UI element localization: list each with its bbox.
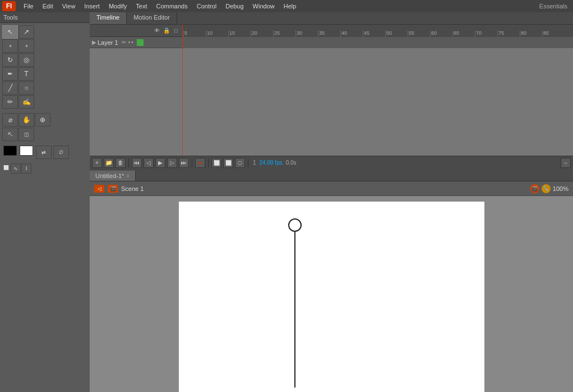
loop-btn[interactable]: ● — [195, 158, 205, 168]
tab-motion-editor[interactable]: Motion Editor — [127, 12, 177, 24]
timeline-area: Timeline Motion Editor 👁 🔒 □ 5 10 15 20 — [90, 12, 573, 169]
fill-color[interactable] — [20, 146, 33, 156]
ruler-mark: 30 — [295, 30, 318, 37]
ruler-mark: 60 — [430, 30, 452, 37]
ruler-mark: 25 — [273, 30, 295, 37]
tab-timeline[interactable]: Timeline — [90, 12, 127, 24]
back-scene-icon[interactable]: ◁ — [94, 185, 104, 193]
brush-tool[interactable]: ✍ — [19, 95, 34, 109]
menu-window[interactable]: Window — [248, 2, 279, 11]
bottom-tools: ⌀ ✋ ⊕ ⛏ ◫ ⇄ ∅ ⬜ ∿ ⌇ — [0, 111, 90, 176]
stage-area[interactable] — [90, 196, 573, 392]
layer-controls: 👁 🔒 □ — [90, 27, 182, 35]
no-color[interactable]: ∅ — [53, 146, 69, 159]
tool-row-extra: ⬜ ∿ ⌇ — [2, 164, 87, 174]
ruler-mark: 40 — [340, 30, 363, 37]
menu-control[interactable]: Control — [192, 2, 221, 11]
pencil-tool[interactable]: ✏ — [2, 95, 18, 109]
layer-playhead — [182, 37, 183, 48]
onion-btn[interactable]: ⬡ — [235, 158, 245, 168]
time-display: 0.0s — [284, 160, 298, 166]
oval-tool[interactable]: ○ — [19, 81, 34, 95]
zoom-icon1[interactable]: 🎬 — [530, 184, 539, 193]
pen-tool[interactable]: ✒ — [2, 67, 18, 81]
ruler-mark: 55 — [408, 30, 430, 37]
zoom-icon2[interactable]: 🔧 — [542, 184, 551, 193]
skip-start-btn[interactable]: ⏮ — [132, 158, 142, 168]
timeline-ruler: 5 10 15 20 25 30 35 40 45 50 55 60 65 70 — [182, 25, 573, 37]
divider4 — [248, 158, 248, 167]
fl-logo: Fl — [2, 1, 16, 11]
doc-tabs: Untitled-1* × — [90, 169, 573, 181]
bone-tool[interactable]: ⌀ — [2, 113, 18, 127]
play-btn[interactable]: ▶ — [155, 158, 165, 168]
tools-grid: ↖ ↗ ⌖ ⌖ ↻ ◎ ✒ T ╱ ○ ✏ ✍ — [0, 23, 90, 111]
timeline-content[interactable] — [90, 48, 573, 156]
ruler-mark: 45 — [363, 30, 385, 37]
zoom-tool[interactable]: ⊕ — [35, 113, 50, 127]
menu-file[interactable]: File — [19, 2, 38, 11]
text-tool[interactable]: T — [19, 67, 34, 81]
menu-insert[interactable]: Insert — [80, 2, 104, 11]
playhead-content — [182, 48, 183, 156]
timeline-tabs: Timeline Motion Editor — [90, 12, 573, 25]
ruler-mark: 20 — [251, 30, 273, 37]
doc-tab-untitled[interactable]: Untitled-1* × — [90, 170, 136, 181]
tab-close-btn[interactable]: × — [126, 173, 130, 179]
ruler-mark: 10 — [206, 30, 228, 37]
scene-name: Scene 1 — [121, 185, 144, 192]
smooth-tool[interactable]: ∿ — [11, 164, 21, 174]
hand-tool[interactable]: ✋ — [19, 113, 34, 127]
layer-name: Layer 1 — [98, 39, 118, 46]
scene-bar: ◁ 🎬 Scene 1 🎬 🔧 100% — [90, 181, 573, 196]
skip-end-btn[interactable]: ⏭ — [179, 158, 189, 168]
menu-text[interactable]: Text — [131, 2, 151, 11]
step-back-btn[interactable]: ◁ — [144, 158, 154, 168]
menu-debug[interactable]: Debug — [221, 2, 248, 11]
layer-name-area: ▶ Layer 1 ✏ • • — [90, 39, 182, 46]
snap-tool[interactable]: ⬜ — [2, 164, 10, 171]
divider — [128, 158, 129, 167]
layer-keyframe[interactable] — [137, 39, 144, 46]
delete-layer-btn[interactable]: 🗑 — [115, 158, 126, 168]
lock-icon[interactable]: 🔒 — [163, 27, 170, 35]
new-folder-btn[interactable]: 📁 — [104, 158, 114, 168]
new-layer-btn[interactable]: + — [92, 158, 102, 168]
pencil-layer-icon[interactable]: ✏ — [122, 39, 126, 45]
arrow-tool[interactable]: ↖ — [2, 25, 18, 39]
canvas[interactable] — [179, 202, 484, 392]
swap-colors[interactable]: ⇄ — [36, 146, 52, 159]
eraser-tool[interactable]: ◫ — [19, 128, 34, 141]
doc-tab-name: Untitled-1* — [95, 172, 124, 179]
fit2-btn[interactable]: ⬜ — [223, 158, 233, 168]
ruler-mark: 15 — [228, 30, 251, 37]
zoom-level: 100% — [553, 185, 569, 192]
right-content: Timeline Motion Editor 👁 🔒 □ 5 10 15 20 — [90, 12, 573, 392]
menu-edit[interactable]: Edit — [38, 2, 58, 11]
straighten-tool[interactable]: ⌇ — [21, 164, 31, 174]
zoom-timeline-btn[interactable]: ↔ — [561, 158, 571, 168]
layer-timeline[interactable] — [182, 37, 573, 48]
fit-btn[interactable]: ⬜ — [211, 158, 221, 168]
3d-rotate-tool[interactable]: ↻ — [2, 53, 18, 67]
subselect-tool[interactable]: ↗ — [19, 25, 34, 39]
color-row: ⇄ ∅ — [2, 144, 87, 160]
divider3 — [208, 158, 209, 167]
lasso-tool[interactable]: ⌖ — [2, 39, 18, 53]
step-fwd-btn[interactable]: ▷ — [167, 158, 177, 168]
outline-icon[interactable]: □ — [172, 27, 180, 35]
scene-icon: 🎬 — [108, 185, 118, 193]
menu-help[interactable]: Help — [279, 2, 301, 11]
eyedropper-tool[interactable]: ⛏ — [2, 128, 18, 141]
show-hide-icon[interactable]: 👁 — [153, 27, 161, 35]
tools-panel: Tools ↖ ↗ ⌖ ⌖ ↻ ◎ ✒ T ╱ ○ ✏ ✍ ⌀ ✋ ⊕ ⛏ ◫ — [0, 12, 90, 392]
poly-lasso-tool[interactable]: ⌖ — [19, 39, 34, 53]
stick-head — [288, 218, 302, 232]
menu-commands[interactable]: Commands — [151, 2, 192, 11]
stroke-color[interactable] — [3, 146, 17, 156]
spot-tool[interactable]: ◎ — [19, 53, 34, 67]
menu-modify[interactable]: Modify — [104, 2, 131, 11]
line-tool[interactable]: ╱ — [2, 81, 18, 95]
menu-view[interactable]: View — [58, 2, 80, 11]
ruler-marks: 5 10 15 20 25 30 35 40 45 50 55 60 65 70 — [182, 25, 573, 37]
